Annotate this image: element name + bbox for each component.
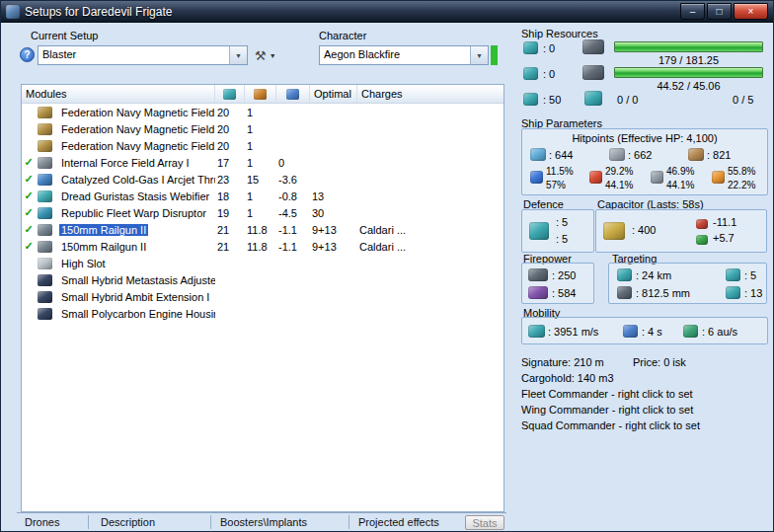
module-name: Dread Guristas Stasis Webifier — [59, 190, 211, 202]
caption-buttons: – □ × — [680, 3, 768, 20]
capacitor-icon — [286, 89, 299, 100]
cpu-value: 20 — [215, 123, 245, 135]
module-row[interactable]: High Slot — [22, 255, 503, 271]
close-button[interactable]: × — [734, 3, 768, 20]
shield-hp: : 644 — [549, 149, 573, 161]
defence-icon — [529, 222, 549, 240]
cpu-bar — [614, 41, 763, 52]
empty-slot-icon — [38, 258, 52, 269]
setup-select[interactable]: Blaster ▼ — [38, 45, 248, 65]
module-name-cell: Federation Navy Magnetic Field ... — [55, 140, 215, 152]
module-icon — [38, 174, 52, 186]
fleet-commander-text[interactable]: Fleet Commander - right click to set — [521, 388, 693, 400]
module-row[interactable]: ✓ Dread Guristas Stasis Webifier 18 1 -0… — [22, 188, 503, 204]
module-row[interactable]: ✓ 150mm Railgun II 21 11.8 -1.1 9+13 Cal… — [22, 238, 503, 255]
active-check-icon: ✓ — [22, 204, 36, 221]
warp-speed-icon — [683, 325, 698, 338]
charges-value: Caldari ... — [357, 224, 503, 236]
character-value: Aegon Blackfire — [320, 46, 470, 64]
module-name-cell: 150mm Railgun II — [55, 241, 215, 253]
module-row[interactable]: Federation Navy Magnetic Field ... 20 1 — [22, 137, 503, 154]
module-name: 150mm Railgun II — [59, 224, 148, 236]
module-row[interactable]: Federation Navy Magnetic Field ... 20 1 — [22, 104, 503, 120]
module-name-cell: Small Hybrid Ambit Extension I — [55, 291, 215, 303]
launcher-slots-free: : 0 — [543, 68, 555, 80]
setup-tools-button[interactable]: ⚒ ▼ — [252, 45, 279, 65]
charges-column-header[interactable]: Charges — [357, 85, 503, 103]
shield-icon — [530, 148, 546, 161]
dps-value: : 584 — [552, 287, 576, 299]
module-row[interactable]: Federation Navy Magnetic Field ... 20 1 — [22, 120, 503, 137]
cpu-value: 17 — [215, 157, 245, 169]
bottom-tab-bar: Drones Description Boosters\Implants Pro… — [17, 512, 506, 532]
powergrid-value: 15 — [245, 174, 276, 186]
module-name-cell: Republic Fleet Warp Disruptor — [55, 207, 215, 219]
chevron-down-icon[interactable]: ▼ — [470, 46, 488, 64]
chevron-down-icon[interactable]: ▼ — [229, 46, 247, 64]
module-row[interactable]: ✓ Catalyzed Cold-Gas I Arcjet Thru... 23… — [22, 171, 503, 188]
optimal-column-header[interactable]: Optimal — [310, 85, 357, 103]
powergrid-usage: 44.52 / 45.06 — [614, 80, 763, 92]
module-name: Small Hybrid Metastasis Adjuster I — [59, 274, 215, 286]
module-row[interactable]: Small Hybrid Metastasis Adjuster I — [22, 271, 503, 288]
active-check-icon: ✓ — [22, 171, 36, 188]
tab-description[interactable]: Description — [101, 516, 155, 528]
module-icon-cell — [36, 190, 55, 202]
help-icon[interactable]: ? — [20, 47, 35, 62]
thermal-shield-resist: 29.2% — [605, 166, 633, 177]
character-status-indicator — [491, 45, 498, 65]
tab-drones[interactable]: Drones — [25, 516, 59, 528]
module-row[interactable]: ✓ Internal Force Field Array I 17 1 0 — [22, 154, 503, 171]
cpu-value: 21 — [215, 241, 245, 253]
module-row[interactable]: Small Hybrid Ambit Extension I — [22, 288, 503, 305]
module-name-cell: Catalyzed Cold-Gas I Arcjet Thru... — [55, 174, 215, 186]
firepower-box: : 250 : 584 — [521, 263, 594, 304]
module-name: 150mm Railgun II — [59, 241, 148, 253]
squad-commander-text[interactable]: Squad Commander - right click to set — [521, 419, 700, 431]
cap-drain-value: -11.1 — [713, 216, 736, 228]
powergrid-column-header[interactable] — [245, 85, 276, 103]
capacitor-column-header[interactable] — [276, 85, 310, 103]
module-icon-cell — [36, 157, 55, 169]
setup-value: Blaster — [39, 46, 229, 64]
module-name: Internal Force Field Array I — [59, 157, 192, 169]
em-resist-icon — [530, 171, 543, 184]
capacitor-icon — [603, 222, 625, 240]
chevron-down-icon: ▼ — [270, 52, 276, 59]
em-shield-resist: 11.5% — [546, 166, 574, 177]
module-row[interactable]: ✓ Republic Fleet Warp Disruptor 19 1 -4.… — [22, 204, 503, 221]
minimize-button[interactable]: – — [680, 3, 705, 20]
module-row-selected[interactable]: ✓ 150mm Railgun II 21 11.8 -1.1 9+13 Cal… — [22, 221, 503, 238]
modules-column-header[interactable]: Modules — [22, 85, 215, 103]
optimal-value: 30 — [310, 207, 357, 219]
module-icon — [38, 241, 52, 253]
calibration-value: : 50 — [543, 94, 561, 106]
title-bar[interactable]: Setups for Daredevil Frigate – □ × — [1, 1, 773, 23]
max-targets-value: : 5 — [744, 269, 756, 281]
align-time-icon — [623, 325, 638, 338]
wing-commander-text[interactable]: Wing Commander - right click to set — [521, 404, 693, 416]
character-select[interactable]: Aegon Blackfire ▼ — [319, 45, 489, 65]
module-name: Small Polycarbon Engine Housin... — [59, 308, 215, 320]
targeting-range-icon — [617, 268, 632, 281]
module-row[interactable]: Small Polycarbon Engine Housin... — [22, 305, 503, 322]
align-time-value: : 4 s — [642, 326, 662, 338]
powergrid-icon — [582, 65, 604, 80]
cpu-icon — [223, 89, 236, 100]
cpu-column-header[interactable] — [215, 85, 245, 103]
stats-button[interactable]: Stats — [465, 515, 504, 530]
powergrid-value: 1 — [245, 207, 276, 219]
mobility-box: : 3951 m/s : 4 s : 6 au/s — [521, 317, 768, 344]
tab-divider — [210, 515, 211, 529]
module-name-cell: Dread Guristas Stasis Webifier — [55, 190, 215, 202]
tab-boosters-implants[interactable]: Boosters\Implants — [220, 516, 307, 528]
scan-resolution-value: : 812.5 mm — [636, 287, 690, 299]
kinetic-resist-icon — [651, 171, 663, 184]
max-targets-icon — [726, 268, 740, 281]
maximize-button[interactable]: □ — [707, 3, 732, 20]
optimal-value: 9+13 — [310, 241, 357, 253]
tab-projected-effects[interactable]: Projected effects — [358, 516, 439, 528]
structure-icon — [688, 148, 704, 161]
ship-resources-title: Ship Resources — [521, 28, 598, 39]
module-icon-cell — [36, 107, 55, 118]
